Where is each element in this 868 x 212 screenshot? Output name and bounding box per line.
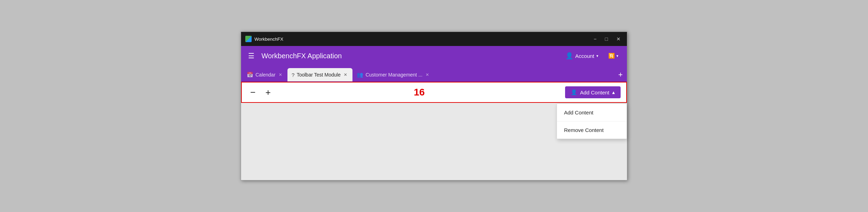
dropdown-menu: Add Content Remove Content	[557, 104, 627, 139]
title-bar-title: WorkbenchFX	[254, 37, 283, 42]
tab-bar: 📅 Calendar ✕ ? Toolbar Test Module ✕ 👥 C…	[241, 66, 627, 82]
toolbar: − + 16 👤 Add Content ▴	[241, 82, 627, 103]
account-button[interactable]: 👤 Account ▾	[563, 51, 601, 61]
title-bar-left: WorkbenchFX	[245, 36, 283, 42]
header-right: 👤 Account ▾ 🈶 ▾	[563, 51, 621, 61]
hamburger-button[interactable]: ☰	[247, 50, 256, 61]
dropdown-item-add-content[interactable]: Add Content	[557, 104, 627, 121]
app-icon	[245, 36, 252, 42]
tab-toolbar-test[interactable]: ? Toolbar Test Module ✕	[287, 68, 352, 81]
account-label: Account	[575, 53, 594, 59]
add-content-button[interactable]: 👤 Add Content ▴	[565, 86, 621, 98]
account-chevron-icon: ▾	[596, 54, 598, 58]
maximize-button[interactable]: □	[603, 36, 610, 42]
add-content-person-icon: 👤	[571, 89, 577, 95]
tab-customer-close[interactable]: ✕	[425, 72, 430, 78]
toolbar-test-icon: ?	[292, 72, 294, 78]
close-button[interactable]: ✕	[614, 36, 623, 42]
calendar-icon: 📅	[247, 72, 253, 78]
toolbar-wrapper: − + 16 👤 Add Content ▴ Add Content Remov…	[241, 82, 627, 103]
customer-icon: 👥	[357, 72, 363, 78]
tab-calendar-close[interactable]: ✕	[278, 72, 283, 78]
app-window: WorkbenchFX − □ ✕ ☰ WorkbenchFX Applicat…	[241, 32, 627, 180]
tab-customer-label: Customer Management ...	[365, 72, 422, 78]
header-left: ☰ WorkbenchFX Application	[247, 50, 342, 61]
increment-button[interactable]: +	[263, 87, 273, 98]
translate-chevron-icon: ▾	[616, 54, 618, 58]
add-tab-button[interactable]: +	[614, 68, 627, 81]
header-title: WorkbenchFX Application	[261, 52, 342, 60]
header-bar: ☰ WorkbenchFX Application 👤 Account ▾ 🈶 …	[241, 46, 627, 66]
title-bar-controls: − □ ✕	[591, 36, 623, 42]
dropdown-item-remove-content[interactable]: Remove Content	[557, 121, 627, 139]
tab-toolbar-test-close[interactable]: ✕	[343, 72, 348, 78]
translate-button[interactable]: 🈶 ▾	[605, 51, 621, 60]
tab-calendar[interactable]: 📅 Calendar ✕	[242, 68, 287, 81]
decrement-button[interactable]: −	[247, 87, 258, 98]
counter-display: 16	[278, 87, 561, 98]
person-icon: 👤	[565, 52, 573, 60]
title-bar: WorkbenchFX − □ ✕	[241, 32, 627, 46]
hamburger-icon: ☰	[248, 52, 254, 60]
tab-calendar-label: Calendar	[255, 72, 276, 78]
add-content-chevron-icon: ▴	[612, 89, 615, 95]
minimize-button[interactable]: −	[591, 36, 598, 42]
translate-icon: 🈶	[608, 53, 615, 59]
tab-customer[interactable]: 👥 Customer Management ... ✕	[352, 68, 434, 81]
tab-toolbar-test-label: Toolbar Test Module	[297, 72, 341, 78]
add-content-label: Add Content	[580, 90, 609, 95]
